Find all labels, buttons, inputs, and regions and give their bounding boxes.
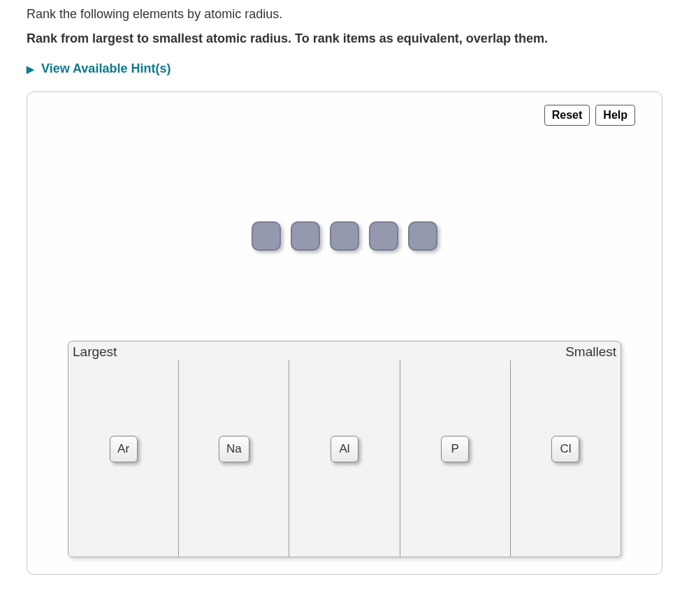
question-text: Rank the following elements by atomic ra… (27, 7, 662, 22)
instruction-text: Rank from largest to smallest atomic rad… (27, 31, 662, 46)
rank-bin[interactable]: Al (289, 342, 399, 557)
drop-slot[interactable] (369, 221, 398, 251)
element-chip-ar[interactable]: Ar (110, 436, 138, 462)
drop-slot[interactable] (291, 221, 320, 251)
rank-bin[interactable]: Na (178, 342, 289, 557)
ranking-workspace: Reset Help Largest Smallest Ar Na Al P (27, 91, 662, 575)
caret-right-icon: ▶ (27, 64, 34, 75)
workspace-toolbar: Reset Help (40, 105, 649, 126)
view-hints-link[interactable]: ▶ View Available Hint(s) (27, 61, 171, 76)
reset-button[interactable]: Reset (544, 105, 590, 126)
element-chip-na[interactable]: Na (219, 436, 249, 462)
drop-slot[interactable] (330, 221, 359, 251)
drop-slot[interactable] (252, 221, 281, 251)
rank-bin[interactable]: Ar (68, 342, 178, 557)
rank-zone[interactable]: Largest Smallest Ar Na Al P Cl (68, 341, 621, 557)
drop-slot[interactable] (408, 221, 437, 251)
element-chip-p[interactable]: P (441, 436, 469, 462)
chip-staging-area[interactable] (40, 131, 649, 341)
element-chip-al[interactable]: Al (331, 436, 358, 462)
rank-bin[interactable]: Cl (510, 342, 621, 557)
help-button[interactable]: Help (595, 105, 635, 126)
hints-link-label: View Available Hint(s) (41, 61, 171, 76)
rank-bin[interactable]: P (400, 342, 510, 557)
element-chip-cl[interactable]: Cl (551, 436, 579, 462)
